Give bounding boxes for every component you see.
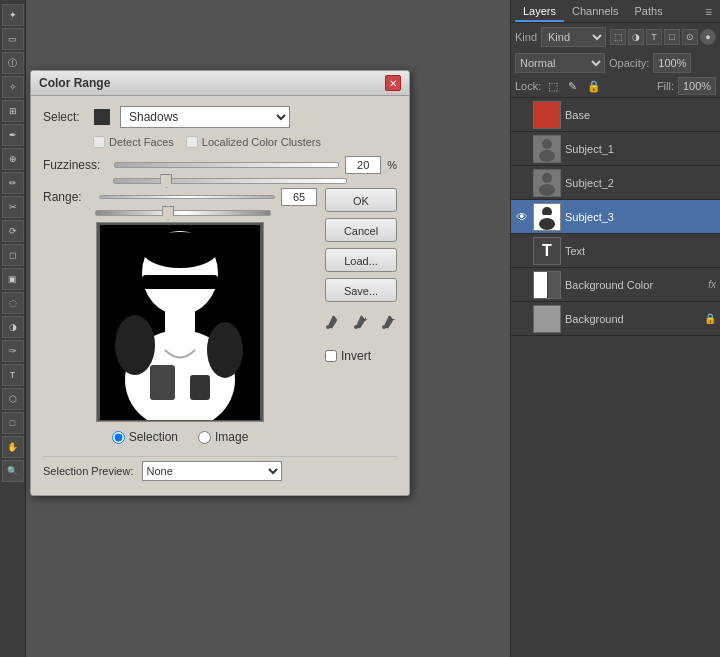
layer-item-subject2[interactable]: Subject_2 (511, 166, 720, 200)
layer-visibility-subject2[interactable] (515, 176, 529, 190)
lock-label-text: Lock: (515, 80, 541, 92)
tool-eyedropper[interactable]: ✒ (2, 124, 24, 146)
save-button[interactable]: Save... (325, 278, 397, 302)
tool-brush[interactable]: ✏ (2, 172, 24, 194)
invert-checkbox[interactable] (325, 350, 337, 362)
dropper-add[interactable]: + (351, 312, 371, 335)
layer-item-text[interactable]: T Text (511, 234, 720, 268)
svg-point-3 (539, 184, 555, 196)
opacity-label: Opacity: (609, 57, 649, 69)
layer-item-base[interactable]: Base (511, 98, 720, 132)
opacity-input[interactable] (653, 53, 691, 73)
tool-clone[interactable]: ✂ (2, 196, 24, 218)
kind-select[interactable]: Kind Name Effect Mode (541, 27, 606, 47)
layer-thumb-background (533, 305, 561, 333)
layer-name-background: Background (565, 313, 700, 325)
layers-list: Base Subject_1 Subject_2 👁 (511, 98, 720, 336)
filter-smart-icon[interactable]: ⊙ (682, 29, 698, 45)
lock-pixels-icon[interactable]: ⬚ (545, 79, 561, 94)
tool-dodge[interactable]: ◑ (2, 316, 24, 338)
fill-input[interactable] (678, 77, 716, 95)
svg-rect-16 (190, 375, 210, 400)
tool-lasso[interactable]: ⓛ (2, 52, 24, 74)
filter-toggle[interactable]: ● (700, 29, 716, 45)
layer-name-subject1: Subject_1 (565, 143, 716, 155)
lock-position-icon[interactable]: ✎ (565, 79, 580, 94)
cancel-button[interactable]: Cancel (325, 218, 397, 242)
detect-faces-checkbox[interactable] (93, 136, 105, 148)
tab-paths[interactable]: Paths (627, 2, 671, 22)
svg-rect-13 (165, 310, 195, 335)
tool-move[interactable]: ✦ (2, 4, 24, 26)
tool-wand[interactable]: ✧ (2, 76, 24, 98)
tool-shape[interactable]: □ (2, 412, 24, 434)
svg-rect-7 (540, 215, 554, 218)
blend-mode-select[interactable]: Normal Multiply Screen (515, 53, 605, 73)
layer-visibility-subject3[interactable]: 👁 (515, 210, 529, 224)
layer-item-background[interactable]: Background 🔒 (511, 302, 720, 336)
tab-layers[interactable]: Layers (515, 2, 564, 22)
color-range-dialog: Color Range ✕ Select: Shadows Highlights… (30, 70, 410, 496)
tool-eraser[interactable]: ◻ (2, 244, 24, 266)
layer-visibility-text[interactable] (515, 244, 529, 258)
svg-point-0 (542, 139, 552, 149)
filter-shape-icon[interactable]: □ (664, 29, 680, 45)
selection-text: Selection (129, 430, 178, 444)
fuzziness-slider-row (43, 178, 397, 188)
tool-crop[interactable]: ⊞ (2, 100, 24, 122)
svg-rect-8 (534, 306, 560, 332)
layer-visibility-subject1[interactable] (515, 142, 529, 156)
tool-gradient[interactable]: ▣ (2, 268, 24, 290)
tool-path[interactable]: ⬡ (2, 388, 24, 410)
dropper-normal[interactable] (323, 312, 343, 335)
tool-history[interactable]: ⟳ (2, 220, 24, 242)
layer-visibility-background[interactable] (515, 312, 529, 326)
radio-selection[interactable] (112, 431, 125, 444)
ok-button[interactable]: OK (325, 188, 397, 212)
dialog-close-button[interactable]: ✕ (385, 75, 401, 91)
dialog-buttons: OK Cancel Load... Save... + − (325, 188, 397, 452)
load-button[interactable]: Load... (325, 248, 397, 272)
fuzziness-slider-track[interactable] (113, 178, 347, 184)
range-input[interactable] (281, 188, 317, 206)
tool-select[interactable]: ▭ (2, 28, 24, 50)
range-slider-track[interactable] (95, 210, 271, 216)
layer-thumb-subject2 (533, 169, 561, 197)
range-handle[interactable] (162, 206, 174, 220)
radio-image-label[interactable]: Image (198, 430, 248, 444)
localized-clusters-checkbox[interactable] (186, 136, 198, 148)
radio-selection-label[interactable]: Selection (112, 430, 178, 444)
filter-adjust-icon[interactable]: ◑ (628, 29, 644, 45)
image-text: Image (215, 430, 248, 444)
tool-zoom[interactable]: 🔍 (2, 460, 24, 482)
tool-hand[interactable]: ✋ (2, 436, 24, 458)
detect-faces-label[interactable]: Detect Faces (93, 136, 174, 148)
sel-preview-select[interactable]: None Grayscale Black Matte White Matte Q… (142, 461, 282, 481)
tab-channels[interactable]: Channels (564, 2, 626, 22)
filter-type-icon[interactable]: T (646, 29, 662, 45)
svg-point-1 (539, 150, 555, 162)
radio-image[interactable] (198, 431, 211, 444)
fuzziness-handle[interactable] (160, 174, 172, 188)
layer-item-bgcolor[interactable]: Background Color fx (511, 268, 720, 302)
layer-visibility-base[interactable] (515, 108, 529, 122)
tool-pen[interactable]: ✑ (2, 340, 24, 362)
localized-clusters-label[interactable]: Localized Color Clusters (186, 136, 321, 148)
layer-name-bgcolor: Background Color (565, 279, 704, 291)
dropper-subtract[interactable]: − (379, 312, 399, 335)
layer-item-subject1[interactable]: Subject_1 (511, 132, 720, 166)
tool-heal[interactable]: ⊕ (2, 148, 24, 170)
invert-label: Invert (341, 349, 371, 363)
select-dropdown[interactable]: Shadows Highlights Midtones Reds Greens … (120, 106, 290, 128)
layer-item-subject3[interactable]: 👁 Subject_3 (511, 200, 720, 234)
tool-blur[interactable]: ◌ (2, 292, 24, 314)
filter-pixel-icon[interactable]: ⬚ (610, 29, 626, 45)
layer-visibility-bgcolor[interactable] (515, 278, 529, 292)
panel-menu-icon[interactable]: ≡ (701, 3, 716, 21)
layer-thumb-text: T (533, 237, 561, 265)
layer-fx-badge: fx (708, 279, 716, 290)
fuzziness-input[interactable] (345, 156, 381, 174)
tool-type[interactable]: T (2, 364, 24, 386)
invert-row: Invert (325, 349, 397, 363)
lock-all-icon[interactable]: 🔒 (584, 79, 604, 94)
